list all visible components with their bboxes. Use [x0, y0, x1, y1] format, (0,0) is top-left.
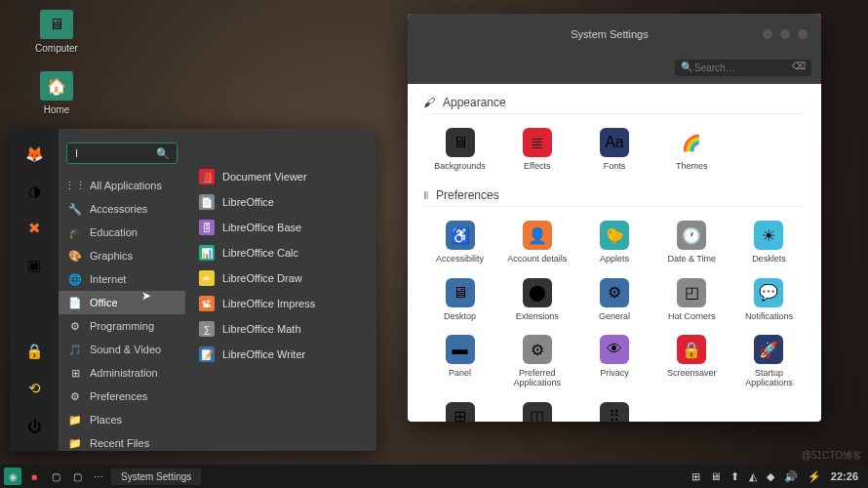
taskbar-workspace-3[interactable]: ▢	[68, 468, 86, 485]
taskbar-task-settings[interactable]: System Settings	[111, 468, 201, 485]
maximize-button[interactable]	[780, 29, 790, 39]
rail-files-icon[interactable]: ◑	[24, 182, 44, 201]
rail-power-icon[interactable]: ⏻	[24, 416, 44, 435]
window-title: System Settings	[456, 28, 763, 40]
category-preferences[interactable]: ⚙Preferences	[59, 385, 185, 408]
settings-item-window-tiling[interactable]: ◫Window Tiling	[500, 398, 573, 422]
rail-lock-icon[interactable]: 🔒	[24, 342, 44, 361]
rail-terminal-icon[interactable]: ▣	[24, 256, 44, 275]
category-graphics[interactable]: 🎨Graphics	[59, 244, 185, 267]
taskbar-workspace-1[interactable]: ■	[25, 468, 43, 485]
settings-item-notifications[interactable]: 💬Notifications	[732, 274, 806, 325]
themes-icon: 🌈	[677, 128, 706, 157]
settings-item-account-details[interactable]: 👤Account details	[500, 217, 573, 267]
rail-firefox-icon[interactable]: 🦊	[24, 144, 44, 164]
settings-item-fonts[interactable]: AaFonts	[577, 124, 651, 175]
settings-item-accessibility[interactable]: ♿Accessibility	[423, 217, 496, 267]
tray-expand-icon[interactable]: ⊞	[691, 470, 700, 483]
start-button[interactable]: ◉	[4, 468, 21, 485]
settings-item-general[interactable]: ⚙General	[577, 274, 651, 325]
taskbar-more[interactable]: ⋯	[90, 468, 107, 485]
desktop-icon-computer[interactable]: Computer	[29, 10, 84, 54]
app-label: LibreOffice Impress	[222, 298, 315, 309]
accessibility-icon: ♿	[446, 221, 475, 250]
rail-hexchat-icon[interactable]: ✖	[24, 219, 44, 238]
app-libreoffice-base[interactable]: 🗄LibreOffice Base	[191, 215, 371, 240]
app-libreoffice-impress[interactable]: 📽LibreOffice Impress	[191, 291, 371, 316]
category-education[interactable]: 🎓Education	[59, 221, 185, 244]
category-icon: 🎨	[68, 249, 82, 263]
window-titlebar[interactable]: System Settings	[408, 14, 821, 55]
settings-item-screensaver[interactable]: 🔒Screensaver	[655, 331, 729, 392]
settings-item-startup-applications[interactable]: 🚀Startup Applications	[732, 331, 806, 392]
settings-item-themes[interactable]: 🌈Themes	[655, 124, 729, 175]
minimize-button[interactable]	[763, 29, 772, 39]
category-recent-files[interactable]: 📁Recent Files	[59, 431, 185, 455]
settings-item-windows[interactable]: ⊞Windows	[423, 398, 496, 422]
settings-item-workspaces[interactable]: ⠿Workspaces	[577, 398, 651, 422]
general-icon: ⚙	[600, 278, 629, 307]
category-sound-video[interactable]: 🎵Sound & Video	[59, 338, 185, 361]
settings-search-input[interactable]	[675, 60, 811, 76]
category-icon: ⚙	[68, 389, 82, 403]
watermark: @51CTO博客	[802, 449, 862, 463]
settings-item-applets[interactable]: 🐤Applets	[577, 217, 651, 267]
settings-body: 🖌Appearance🖥Backgrounds≣EffectsAaFonts🌈T…	[408, 84, 821, 422]
app-icon: 📝	[199, 346, 215, 362]
tray-update-icon[interactable]: ⬆	[730, 470, 739, 483]
category-icon: ⊞	[68, 366, 82, 380]
close-button[interactable]	[798, 29, 808, 39]
settings-item-effects[interactable]: ≣Effects	[500, 124, 573, 175]
app-document-viewer[interactable]: 📕Document Viewer	[191, 164, 371, 189]
tray-display-icon[interactable]: 🖥	[710, 470, 721, 482]
category-icon: 🎵	[68, 343, 82, 356]
settings-item-label: Backgrounds	[434, 161, 486, 171]
category-label: Education	[90, 226, 138, 238]
app-libreoffice-calc[interactable]: 📊LibreOffice Calc	[191, 240, 371, 265]
taskbar-workspace-2[interactable]: ▢	[47, 468, 64, 485]
category-all-applications[interactable]: ⋮⋮All Applications	[59, 174, 185, 197]
settings-item-hot-corners[interactable]: ◰Hot Corners	[655, 274, 729, 325]
app-libreoffice[interactable]: 📄LibreOffice	[191, 189, 371, 215]
app-label: LibreOffice Writer	[222, 348, 305, 360]
desktop-icon-home[interactable]: Home	[29, 71, 84, 115]
tray-network-icon[interactable]: ◆	[767, 470, 774, 483]
desktop-icon-label: Computer	[35, 43, 78, 54]
category-programming[interactable]: ⚙Programming	[59, 314, 185, 338]
category-accessories[interactable]: 🔧Accessories	[59, 197, 185, 221]
window-tiling-icon: ◫	[523, 402, 552, 422]
rail-logout-icon[interactable]: ⟲	[24, 379, 44, 398]
category-icon: 🌐	[68, 272, 82, 286]
app-label: LibreOffice Base	[222, 222, 301, 233]
settings-item-desktop[interactable]: 🖥Desktop	[423, 274, 496, 325]
settings-item-panel[interactable]: ▬Panel	[423, 331, 496, 392]
tray-caret-icon[interactable]: ◭	[749, 470, 757, 483]
desktop-icons: Computer Home	[29, 10, 84, 115]
settings-item-privacy[interactable]: 👁Privacy	[577, 331, 651, 392]
settings-item-label: Desklets	[752, 254, 786, 264]
app-libreoffice-writer[interactable]: 📝LibreOffice Writer	[191, 342, 371, 367]
category-icon: 🎓	[68, 225, 82, 239]
app-icon: ∑	[199, 321, 215, 337]
category-administration[interactable]: ⊞Administration	[59, 361, 185, 385]
settings-item-extensions[interactable]: ⬤Extensions	[500, 274, 573, 325]
tray-volume-icon[interactable]: 🔊	[784, 470, 798, 483]
section-header: ⫴Preferences	[423, 184, 806, 207]
app-libreoffice-math[interactable]: ∑LibreOffice Math	[191, 316, 371, 342]
settings-item-desklets[interactable]: ☀Desklets	[732, 217, 806, 267]
taskbar-clock[interactable]: 22:26	[831, 470, 858, 482]
settings-item-backgrounds[interactable]: 🖥Backgrounds	[423, 124, 496, 175]
tray-battery-icon[interactable]: ⚡	[808, 470, 821, 483]
panel-icon: ▬	[446, 335, 475, 364]
settings-item-date-time[interactable]: 🕐Date & Time	[655, 217, 729, 267]
category-internet[interactable]: 🌐Internet	[59, 267, 185, 291]
clear-icon[interactable]: ⌫	[792, 61, 806, 71]
notifications-icon: 💬	[754, 278, 783, 307]
category-office[interactable]: 📄Office	[59, 291, 185, 314]
settings-section-preferences: ⫴Preferences♿Accessibility👤Account detai…	[423, 184, 806, 422]
app-libreoffice-draw[interactable]: ✏LibreOffice Draw	[191, 265, 371, 291]
settings-item-preferred-applications[interactable]: ⚙Preferred Applications	[500, 331, 573, 392]
category-places[interactable]: 📁Places	[59, 408, 185, 431]
category-icon: ⚙	[68, 319, 82, 333]
category-label: Graphics	[90, 250, 133, 262]
